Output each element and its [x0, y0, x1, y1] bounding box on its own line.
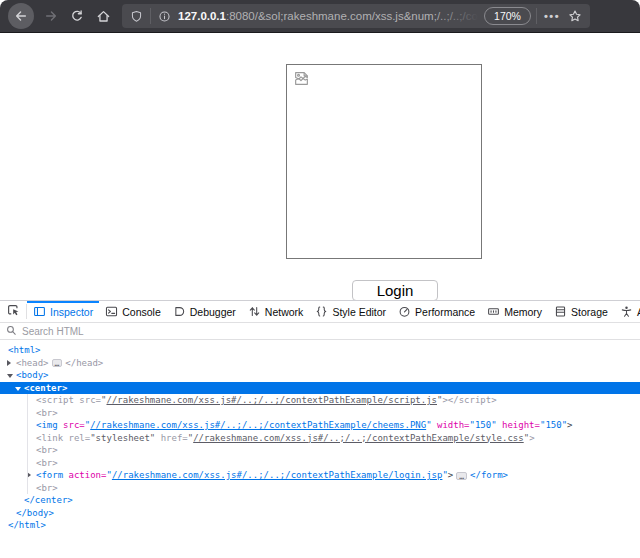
markup-token: <script: [36, 395, 79, 405]
forward-icon: [44, 9, 58, 23]
tab-label: Console: [122, 306, 161, 318]
page-content: Login: [0, 34, 640, 300]
browser-window: 127.0.0.1:8080/&sol;rakeshmane.com/xss.j…: [0, 0, 640, 558]
tab-style-editor[interactable]: Style Editor: [309, 301, 392, 322]
tab-network[interactable]: Network: [242, 301, 310, 322]
markup-token: ": [426, 420, 437, 430]
bookmark-star-button[interactable]: [568, 9, 582, 23]
markup-row[interactable]: <br>: [0, 407, 640, 420]
tab-label: Memory: [504, 306, 542, 318]
tab-label: Debugger: [190, 306, 236, 318]
url-host: 127.0.0.1: [178, 10, 226, 22]
zoom-level-badge[interactable]: 170%: [484, 7, 531, 25]
collapsed-content-badge[interactable]: …: [52, 359, 63, 367]
markup-row[interactable]: </body>: [0, 507, 640, 520]
markup-token: "150": [470, 420, 503, 430]
node-picker-icon: [6, 303, 20, 321]
markup-token: <head>: [16, 358, 49, 368]
markup-token: <form: [36, 470, 69, 480]
markup-token: <br>: [36, 408, 58, 418]
markup-token: </form>: [470, 470, 508, 480]
collapsed-content-badge[interactable]: …: [456, 472, 467, 480]
markup-row-selected[interactable]: <center>: [0, 382, 640, 395]
attribute-link[interactable]: //rakeshmane.com/xss.js#/..;/..;/context…: [193, 433, 524, 443]
indent-guide: [27, 394, 28, 494]
back-button[interactable]: [8, 3, 34, 29]
shield-icon[interactable]: [130, 10, 143, 23]
search-bar: [0, 323, 640, 340]
markup-row[interactable]: </center>: [0, 494, 640, 507]
tab-storage[interactable]: Storage: [548, 301, 614, 322]
markup-token: href=: [161, 433, 188, 443]
tab-label: Inspector: [50, 306, 93, 318]
markup-token: <br>: [36, 458, 58, 468]
markup-token: <body>: [16, 370, 49, 380]
expand-arrow-icon[interactable]: [7, 357, 16, 370]
attribute-link[interactable]: //rakeshmane.com/xss.js#/..;/..;/context…: [106, 395, 437, 405]
attribute-link[interactable]: //rakeshmane.com/xss.js#/..;/..;/context…: [112, 470, 443, 480]
markup-row[interactable]: <head>…</head>: [0, 357, 640, 370]
markup-token: <html>: [8, 345, 41, 355]
forward-button[interactable]: [38, 3, 64, 29]
url-text[interactable]: 127.0.0.1:8080/&sol;rakeshmane.com/xss.j…: [178, 10, 478, 22]
markup-token: width=: [437, 420, 470, 430]
markup-row[interactable]: <br>: [0, 482, 640, 495]
expand-arrow-icon[interactable]: [27, 469, 36, 482]
debugger-icon: [173, 305, 186, 318]
page-actions-button[interactable]: •••: [544, 10, 560, 22]
markup-token: >: [529, 433, 534, 443]
markup-token: action=: [69, 470, 107, 480]
markup-token: height=: [502, 420, 540, 430]
node-picker-button[interactable]: [0, 301, 26, 322]
markup-token: "stylesheet": [90, 433, 160, 443]
markup-token: ></script>: [442, 395, 496, 405]
url-bar-separator: [150, 8, 151, 24]
search-input[interactable]: [22, 326, 640, 337]
markup-token: >: [448, 470, 453, 480]
markup-token: </center>: [24, 495, 73, 505]
markup-row[interactable]: <script src="//rakeshmane.com/xss.js#/..…: [0, 394, 640, 407]
browser-toolbar: 127.0.0.1:8080/&sol;rakeshmane.com/xss.j…: [0, 0, 640, 33]
tab-memory[interactable]: Memory: [481, 301, 548, 322]
arrow-glyph: [15, 387, 21, 391]
markup-row[interactable]: <br>: [0, 457, 640, 470]
network-icon: [248, 305, 261, 318]
actions-separator: [536, 8, 537, 24]
console-icon: [105, 305, 118, 318]
info-icon[interactable]: [158, 10, 171, 23]
markup-token: </body>: [16, 508, 54, 518]
tab-inspector[interactable]: Inspector: [27, 301, 99, 322]
markup-row[interactable]: <img src="//rakeshmane.com/xss.js#/..;/.…: [0, 419, 640, 432]
home-icon: [96, 9, 111, 24]
login-button[interactable]: Login: [352, 280, 438, 301]
tab-debugger[interactable]: Debugger: [167, 301, 242, 322]
attribute-link[interactable]: //rakeshmane.com/xss.js#/..;/..;/context…: [90, 420, 426, 430]
markup-token: >: [567, 420, 572, 430]
reload-button[interactable]: [64, 3, 90, 29]
tab-console[interactable]: Console: [99, 301, 167, 322]
markup-token: rel=: [69, 433, 91, 443]
reload-icon: [70, 9, 84, 23]
markup-row[interactable]: <html>: [0, 344, 640, 357]
markup-token: </html>: [8, 520, 46, 530]
markup-token: <center>: [24, 383, 67, 393]
markup-row[interactable]: <form action="//rakeshmane.com/xss.js#/.…: [0, 469, 640, 482]
broken-image: [286, 64, 482, 259]
collapse-arrow-icon[interactable]: [15, 382, 24, 395]
markup-row[interactable]: <br>: [0, 444, 640, 457]
tab-performance[interactable]: Performance: [392, 301, 481, 322]
markup-row[interactable]: </html>: [0, 519, 640, 532]
markup-view: <html><head>…</head><body><center><scrip…: [0, 340, 640, 558]
markup-row[interactable]: <body>: [0, 369, 640, 382]
home-button[interactable]: [90, 3, 116, 29]
collapse-arrow-icon[interactable]: [7, 369, 16, 382]
tab-label: Style Editor: [332, 306, 386, 318]
markup-row[interactable]: <link rel="stylesheet" href="//rakeshman…: [0, 432, 640, 445]
tab-label: Network: [265, 306, 304, 318]
tab-accessibility[interactable]: Accessibility: [614, 301, 640, 322]
markup-token: <img: [36, 420, 63, 430]
inspector-icon: [33, 305, 46, 318]
markup-token: <br>: [36, 483, 58, 493]
url-bar[interactable]: 127.0.0.1:8080/&sol;rakeshmane.com/xss.j…: [122, 4, 590, 28]
search-icon: [6, 322, 17, 340]
